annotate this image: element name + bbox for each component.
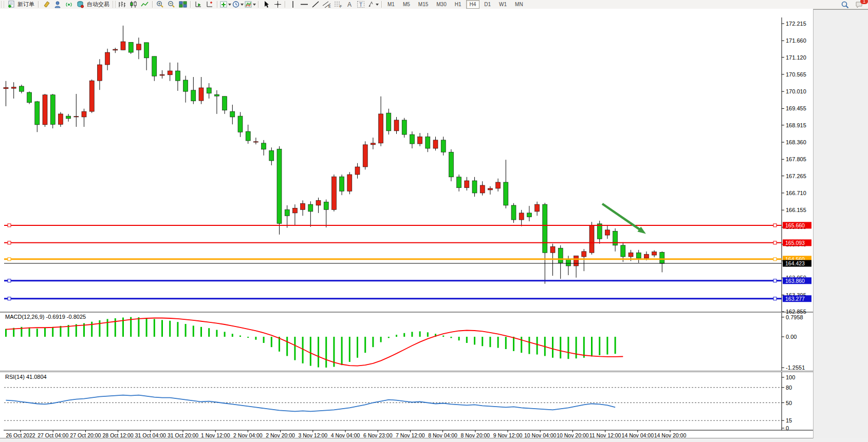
macd-histogram-bar (482, 337, 483, 346)
macd-histogram-bar (450, 337, 452, 338)
rsi-axis-label: 100 (786, 374, 795, 380)
time-tick-label: 27 Oct 04:00 (38, 432, 68, 438)
candle-body (636, 253, 641, 258)
candle-body (527, 213, 531, 217)
candle-body (589, 225, 594, 253)
candle-body (285, 209, 289, 216)
candle-body (183, 80, 188, 91)
chart-canvas[interactable]: 172.215171.660171.120170.565170.010169.4… (0, 0, 868, 442)
macd-histogram-bar (286, 337, 288, 356)
macd-histogram-bar (357, 337, 358, 358)
time-tick-label: 8 Nov 20:00 (460, 432, 490, 438)
macd-histogram-bar (372, 337, 374, 347)
candle-body (175, 71, 180, 81)
candle-body (379, 114, 383, 143)
candle-body (465, 181, 469, 188)
macd-histogram-bar (107, 319, 108, 337)
macd-histogram-bar (271, 337, 272, 347)
candle-body (136, 44, 141, 50)
candle-body (660, 252, 664, 263)
candle-body (246, 131, 250, 141)
candle-body (207, 88, 211, 93)
price-tick-label: 168.915 (786, 122, 806, 128)
time-tick-label: 3 Nov 12:00 (298, 432, 327, 438)
price-tick-label: 169.455 (786, 105, 806, 111)
candle-body (418, 137, 422, 144)
macd-histogram-bar (318, 337, 319, 368)
time-tick-label: 9 Nov 12:00 (493, 432, 523, 438)
macd-histogram-bar (388, 337, 390, 338)
macd-histogram-bar (154, 319, 155, 337)
macd-histogram-bar (364, 337, 366, 353)
macd-histogram-bar (255, 337, 256, 340)
macd-histogram-bar (185, 324, 187, 337)
candle-body (113, 49, 118, 50)
candle-body (426, 137, 430, 148)
candle-body (191, 90, 196, 101)
bid-price-flag-label: 164.423 (785, 260, 805, 266)
candle-body (558, 248, 563, 263)
macd-histogram-bar (591, 337, 593, 356)
macd-histogram-bar (576, 337, 577, 358)
hline-handle (773, 279, 777, 282)
hline-handle (8, 241, 11, 244)
candle-body (605, 230, 610, 235)
candle-body (214, 94, 219, 96)
time-tick-label: 1 Nov 12:00 (201, 432, 230, 438)
macd-histogram-bar (521, 337, 522, 353)
time-tick-label: 28 Oct 12:00 (103, 432, 134, 438)
price-tick-label: 167.805 (786, 156, 806, 162)
candle-body (144, 43, 149, 58)
time-tick-label: 31 Oct 04:00 (135, 432, 166, 438)
price-tick-label: 172.215 (786, 21, 806, 27)
hline-price-flag-label: 163.860 (785, 278, 805, 284)
macd-histogram-bar (528, 337, 530, 354)
candle-body (410, 134, 414, 144)
price-tick-label: 171.120 (786, 54, 806, 61)
macd-histogram-bar (474, 337, 475, 344)
macd-histogram-bar (161, 320, 163, 337)
candle-body (496, 182, 501, 188)
hline-handle (773, 297, 777, 300)
candle-body (269, 150, 274, 161)
macd-histogram-bar (208, 328, 210, 337)
candle-body (433, 140, 438, 148)
macd-histogram-bar (442, 336, 444, 337)
candle-body (199, 88, 204, 101)
candle-body (340, 177, 344, 191)
macd-histogram-bar (599, 337, 600, 355)
candle-body (19, 86, 24, 91)
candle-body (394, 120, 399, 131)
candle-body (74, 117, 79, 117)
macd-histogram-bar (567, 337, 569, 359)
candle-body (511, 205, 516, 220)
price-tick-label: 168.360 (786, 139, 806, 145)
candle-body (308, 204, 313, 212)
candle-body (535, 204, 540, 212)
candle-body (472, 181, 477, 193)
candle-body (582, 252, 586, 257)
candle-body (488, 188, 492, 190)
candle-body (457, 177, 461, 188)
candle-body (519, 213, 524, 220)
candle-body (11, 87, 16, 88)
rsi-axis-label: 50 (786, 400, 792, 406)
candle-body (347, 175, 352, 191)
macd-histogram-bar (458, 337, 460, 340)
rsi-axis-label: 0 (786, 425, 789, 431)
candle-body (629, 253, 633, 257)
price-tick-label: 170.565 (786, 71, 806, 78)
candle-body (253, 142, 258, 142)
candle-body (371, 143, 375, 145)
rsi-label: RSI(14) 41.0804 (5, 374, 47, 380)
macd-histogram-bar (138, 317, 139, 337)
candle-body (27, 92, 32, 103)
candle-body (277, 149, 282, 223)
candle-body (238, 116, 243, 132)
candle-body (89, 81, 94, 111)
macd-histogram-bar (419, 331, 421, 337)
time-tick-label: 4 Nov 04:00 (331, 432, 360, 438)
time-tick-label: 26 Oct 2022 (6, 432, 35, 438)
hline-handle (773, 258, 777, 261)
rsi-axis-label: 15 (786, 417, 792, 424)
